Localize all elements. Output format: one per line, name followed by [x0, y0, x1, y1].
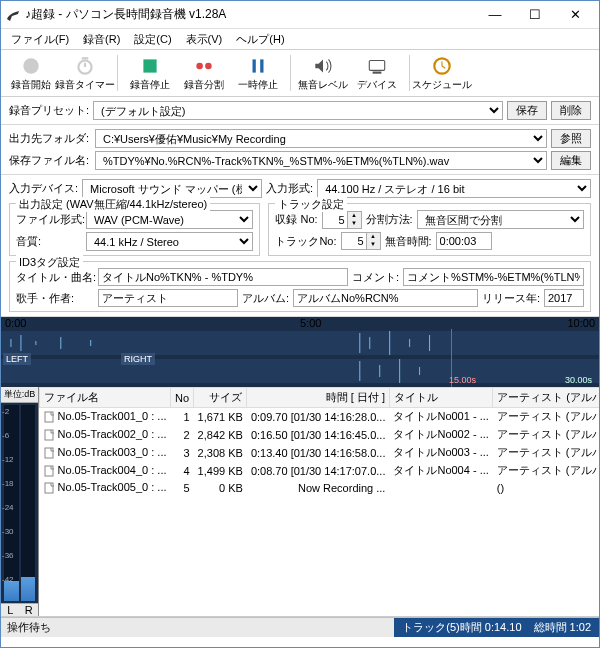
- filefmt-select[interactable]: WAV (PCM-Wave): [86, 210, 253, 229]
- level-meter: 単位:dB -2-6-12-18-24-30-36-42 LR: [1, 387, 39, 616]
- table-row[interactable]: No.05-Track005_0 : ...50 KBNow Recording…: [40, 480, 600, 496]
- split-select[interactable]: 無音区間で分割: [417, 210, 584, 229]
- meter-l-label: L: [1, 603, 20, 616]
- output-group: 出力設定 (WAV無圧縮/44.1kHz/stereo) ファイル形式:WAV …: [9, 203, 260, 256]
- quality-select[interactable]: 44.1 kHz / Stereo: [86, 232, 253, 251]
- svg-rect-26: [45, 448, 53, 458]
- meter-r-label: R: [20, 603, 39, 616]
- stop-icon: [139, 55, 161, 77]
- tb-rec-split[interactable]: 録音分割: [180, 55, 228, 92]
- col-size[interactable]: サイズ: [194, 388, 247, 408]
- svg-rect-24: [45, 412, 53, 422]
- id3-title-input[interactable]: [98, 268, 348, 286]
- svg-point-4: [205, 62, 212, 69]
- svg-rect-2: [143, 59, 156, 72]
- menu-rec[interactable]: 録音(R): [77, 30, 126, 49]
- indev-select[interactable]: Microsoft サウンド マッパー (標準): [82, 179, 262, 198]
- col-artist[interactable]: アーティスト (アルバ: [493, 388, 599, 408]
- preset-save-button[interactable]: 保存: [507, 101, 547, 120]
- col-title[interactable]: タイトル: [389, 388, 492, 408]
- tb-sep: [117, 55, 118, 91]
- menu-file[interactable]: ファイル(F): [5, 30, 75, 49]
- col-no[interactable]: No: [171, 388, 194, 408]
- wave-t30: 30.00s: [562, 374, 595, 386]
- preset-delete-button[interactable]: 削除: [551, 101, 591, 120]
- outfolder-label: 出力先フォルダ:: [9, 131, 91, 146]
- tb-rec-start[interactable]: 録音開始: [7, 55, 55, 92]
- menu-settings[interactable]: 設定(C): [128, 30, 177, 49]
- menubar: ファイル(F) 録音(R) 設定(C) 表示(V) ヘルプ(H): [1, 29, 599, 49]
- preset-label: 録音プリセット:: [9, 103, 89, 118]
- svg-rect-25: [45, 430, 53, 440]
- id3-album-input[interactable]: [293, 289, 478, 307]
- browse-button[interactable]: 参照: [551, 129, 591, 148]
- svg-rect-6: [260, 59, 263, 72]
- tb-sep: [290, 55, 291, 91]
- tb-device[interactable]: デバイス: [353, 55, 401, 92]
- wave-t15: 15.00s: [446, 374, 479, 386]
- close-button[interactable]: ✕: [555, 2, 595, 28]
- maximize-button[interactable]: ☐: [515, 2, 555, 28]
- device-icon: [366, 55, 388, 77]
- file-icon: [44, 465, 56, 477]
- svg-rect-7: [369, 60, 384, 70]
- id3-group-title: ID3タグ設定: [16, 255, 83, 270]
- table-row[interactable]: No.05-Track001_0 : ...11,671 KB0:09.70 […: [40, 408, 600, 426]
- split-icon: [193, 55, 215, 77]
- recno-spinner[interactable]: ▲▼: [322, 211, 362, 229]
- record-icon: [20, 55, 42, 77]
- outfile-label: 保存ファイル名:: [9, 153, 91, 168]
- infmt-select[interactable]: 44.100 Hz / ステレオ / 16 bit: [317, 179, 591, 198]
- meters-filelist-row: 単位:dB -2-6-12-18-24-30-36-42 LR ファイル名 No…: [1, 387, 599, 617]
- table-row[interactable]: No.05-Track004_0 : ...41,499 KB0:08.70 […: [40, 462, 600, 480]
- table-row[interactable]: No.05-Track002_0 : ...22,842 KB0:16.50 […: [40, 426, 600, 444]
- trackno-label: トラックNo:: [275, 234, 336, 249]
- silence-input[interactable]: [436, 232, 492, 250]
- tb-silence[interactable]: 無音レベル: [299, 55, 347, 92]
- menu-help[interactable]: ヘルプ(H): [230, 30, 290, 49]
- id3-album-label: アルバム:: [242, 291, 289, 306]
- output-group-title: 出力設定 (WAV無圧縮/44.1kHz/stereo): [16, 197, 210, 212]
- edit-button[interactable]: 編集: [551, 151, 591, 170]
- id3-comment-input[interactable]: [403, 268, 584, 286]
- silence-icon: [312, 55, 334, 77]
- col-filename[interactable]: ファイル名: [40, 388, 171, 408]
- minimize-button[interactable]: —: [475, 2, 515, 28]
- outfile-input[interactable]: %TDY%¥No.%RCN%-Track%TKN%_%STM%-%ETM%(%T…: [95, 151, 547, 170]
- outfolder-input[interactable]: C:¥Users¥優佑¥Music¥My Recording: [95, 129, 547, 148]
- wave-left-label: LEFT: [3, 353, 31, 365]
- tb-rec-timer[interactable]: 録音タイマー: [61, 55, 109, 92]
- timer-icon: [74, 55, 96, 77]
- status-track: トラック(5)時間 0:14.10: [402, 620, 521, 635]
- meter-bar-r: [21, 405, 36, 601]
- meter-bar-l: [4, 405, 19, 601]
- tb-pause[interactable]: 一時停止: [234, 55, 282, 92]
- status-left: 操作待ち: [1, 620, 394, 635]
- file-icon: [44, 482, 56, 494]
- file-icon: [44, 411, 56, 423]
- tb-schedule[interactable]: スケジュール: [418, 55, 466, 92]
- trackno-spinner[interactable]: ▲▼: [341, 232, 381, 250]
- wave-right-label: RIGHT: [121, 353, 155, 365]
- table-row[interactable]: No.05-Track003_0 : ...32,308 KB0:13.40 […: [40, 444, 600, 462]
- col-time[interactable]: 時間 [ 日付 ]: [247, 388, 390, 408]
- id3-year-input[interactable]: [544, 289, 584, 307]
- file-icon: [44, 429, 56, 441]
- status-total: 総時間 1:02: [534, 620, 591, 635]
- waveform-view[interactable]: 0:00 5:00 10:00 LEFT RIGHT 15.00s 30.00s: [1, 317, 599, 387]
- waveform-timeaxis: 0:00 5:00 10:00: [1, 317, 599, 329]
- id3-comment-label: コメント:: [352, 270, 399, 285]
- id3-artist-label: 歌手・作者:: [16, 291, 94, 306]
- track-group-title: トラック設定: [275, 197, 347, 212]
- track-group: トラック設定 収録 No: ▲▼ 分割方法: 無音区間で分割 トラックNo: ▲…: [268, 203, 591, 256]
- window-title: ♪超録 - パソコン長時間録音機 v1.28A: [25, 6, 475, 23]
- menu-view[interactable]: 表示(V): [180, 30, 229, 49]
- tb-rec-stop[interactable]: 録音停止: [126, 55, 174, 92]
- id3-artist-input[interactable]: [98, 289, 238, 307]
- indev-label: 入力デバイス:: [9, 181, 78, 196]
- preset-select[interactable]: (デフォルト設定): [93, 101, 503, 120]
- file-list[interactable]: ファイル名 No サイズ 時間 [ 日付 ] タイトル アーティスト (アルバ …: [39, 387, 599, 616]
- svg-point-0: [23, 58, 38, 73]
- meter-unit: 単位:dB: [1, 387, 38, 403]
- statusbar: 操作待ち トラック(5)時間 0:14.10 総時間 1:02: [1, 617, 599, 637]
